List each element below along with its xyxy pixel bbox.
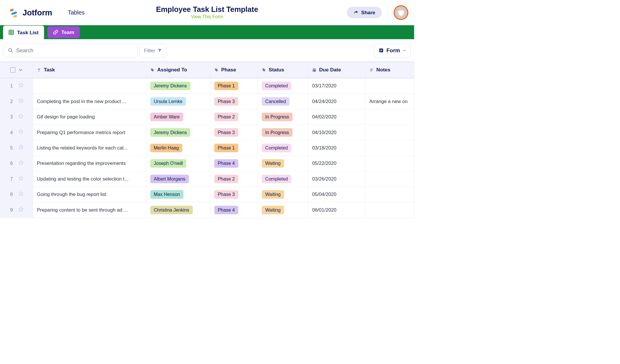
table-row[interactable]: 7 Updating and testing the color selecti… xyxy=(0,171,414,187)
cell-task[interactable]: Preparing content to be sent through ad … xyxy=(33,202,147,218)
cell-assigned[interactable]: Amber Ware xyxy=(146,109,210,125)
cell-status[interactable]: Waiting xyxy=(258,187,308,202)
table-row[interactable]: 1 Jeremy Dickens Phase 1 Completed 03/17… xyxy=(0,78,414,93)
header-assigned[interactable]: Assigned To xyxy=(146,62,210,78)
tab-team[interactable]: Team xyxy=(48,26,80,38)
cell-status[interactable]: Completed xyxy=(258,78,308,93)
table-row[interactable]: 3 Gif design for page loading Amber Ware… xyxy=(0,109,414,125)
cell-phase[interactable]: Phase 4 xyxy=(210,202,258,218)
cell-phase[interactable]: Phase 3 xyxy=(210,125,258,140)
header-due[interactable]: Due Date xyxy=(308,62,365,78)
table-row[interactable]: 5 Listing the related keywords for each … xyxy=(0,140,414,156)
avatar-icon xyxy=(396,7,406,18)
cell-notes[interactable] xyxy=(365,171,414,187)
cell-task[interactable]: Gif design for page loading xyxy=(33,109,147,125)
cell-phase[interactable]: Phase 4 xyxy=(210,156,258,171)
cell-due[interactable]: 03/18/2020 xyxy=(308,140,365,156)
row-number: 6 xyxy=(9,161,14,166)
header-status[interactable]: Status xyxy=(258,62,308,78)
table-row[interactable]: 9 Preparing content to be sent through a… xyxy=(0,202,414,218)
cell-assigned[interactable]: Albert Morgans xyxy=(146,171,210,187)
tab-task-list[interactable]: Task List xyxy=(3,26,44,39)
cell-notes[interactable] xyxy=(365,187,414,202)
filter-button[interactable]: Filter xyxy=(140,44,166,57)
star-icon[interactable] xyxy=(18,82,24,89)
status-tag: Waiting xyxy=(262,159,284,167)
cell-phase[interactable]: Phase 1 xyxy=(210,140,258,156)
cell-notes[interactable] xyxy=(365,140,414,156)
table-row[interactable]: 2 Completing the post in the new product… xyxy=(0,94,414,109)
cell-task[interactable]: Preparing Q1 performance metrics report xyxy=(33,125,147,140)
cell-status[interactable]: In Progress xyxy=(258,109,308,125)
cell-task[interactable]: Updating and testing the color selection… xyxy=(33,171,147,187)
cell-task[interactable]: Listing the related keywords for each ca… xyxy=(33,140,147,156)
cell-assigned[interactable]: Joseph O'neill xyxy=(146,156,210,171)
cell-assigned[interactable]: Merlin Haag xyxy=(146,140,210,156)
chevron-down-icon[interactable] xyxy=(18,68,23,72)
cell-phase[interactable]: Phase 3 xyxy=(210,187,258,202)
search-box[interactable] xyxy=(3,44,137,57)
header-task[interactable]: Task xyxy=(33,62,147,78)
cell-due[interactable]: 05/22/2020 xyxy=(308,156,365,171)
cell-notes[interactable] xyxy=(365,109,414,125)
star-icon[interactable] xyxy=(18,113,24,120)
cell-assigned[interactable]: Jeremy Dickens xyxy=(146,125,210,140)
row-select: 2 xyxy=(0,94,33,109)
cell-due[interactable]: 03/26/2020 xyxy=(308,171,365,187)
form-dropdown[interactable]: Form xyxy=(374,44,411,57)
cell-phase[interactable]: Phase 1 xyxy=(210,78,258,93)
header-notes[interactable]: Notes xyxy=(365,62,414,78)
phase-tag: Phase 1 xyxy=(214,144,238,152)
cell-assigned[interactable]: Ursula Lemke xyxy=(146,94,210,109)
cell-status[interactable]: In Progress xyxy=(258,125,308,140)
cell-assigned[interactable]: Max Henson xyxy=(146,187,210,202)
cell-status[interactable]: Cancelled xyxy=(258,94,308,109)
table-row[interactable]: 6 Presentation regarding the improvement… xyxy=(0,156,414,171)
table-row[interactable]: 4 Preparing Q1 performance metrics repor… xyxy=(0,125,414,140)
brand[interactable]: Jotform xyxy=(10,8,52,17)
cell-due[interactable]: 04/02/2020 xyxy=(308,109,365,125)
cell-phase[interactable]: Phase 3 xyxy=(210,94,258,109)
cell-due[interactable]: 04/10/2020 xyxy=(308,125,365,140)
cell-task[interactable]: Going through the bug report list xyxy=(33,187,147,202)
select-all-checkbox[interactable] xyxy=(10,67,15,73)
cell-due[interactable]: 04/24/2020 xyxy=(308,94,365,109)
avatar[interactable] xyxy=(394,5,408,20)
cell-phase[interactable]: Phase 2 xyxy=(210,109,258,125)
cell-task[interactable]: Presentation regarding the improvements xyxy=(33,156,147,171)
table-row[interactable]: 8 Going through the bug report list Max … xyxy=(0,187,414,202)
cell-task[interactable]: Completing the post in the new product .… xyxy=(33,94,147,109)
star-icon[interactable] xyxy=(18,176,24,182)
star-icon[interactable] xyxy=(18,98,24,104)
cell-status[interactable]: Waiting xyxy=(258,202,308,218)
cell-status[interactable]: Completed xyxy=(258,140,308,156)
cell-assigned[interactable]: Christina Jenkins xyxy=(146,202,210,218)
star-icon[interactable] xyxy=(18,206,24,213)
row-number: 2 xyxy=(9,99,14,104)
star-icon[interactable] xyxy=(18,129,24,136)
view-form-link[interactable]: View This Form xyxy=(156,14,258,20)
cell-phase[interactable]: Phase 2 xyxy=(210,171,258,187)
row-select: 6 xyxy=(0,156,33,171)
cell-notes[interactable] xyxy=(365,125,414,140)
status-tag: Completed xyxy=(262,82,291,90)
link-icon xyxy=(53,30,58,35)
star-icon[interactable] xyxy=(18,191,24,198)
cell-status[interactable]: Waiting xyxy=(258,156,308,171)
star-icon[interactable] xyxy=(18,145,24,151)
cell-notes[interactable] xyxy=(365,202,414,218)
cell-task[interactable] xyxy=(33,78,147,93)
cell-status[interactable]: Completed xyxy=(258,171,308,187)
cell-notes[interactable]: Arrange a new on xyxy=(365,94,414,109)
tables-link[interactable]: Tables xyxy=(68,9,85,16)
search-input[interactable] xyxy=(16,47,133,53)
header-phase[interactable]: Phase xyxy=(210,62,258,78)
cell-assigned[interactable]: Jeremy Dickens xyxy=(146,78,210,93)
cell-due[interactable]: 03/17/2020 xyxy=(308,78,365,93)
cell-due[interactable]: 06/01/2020 xyxy=(308,202,365,218)
share-button[interactable]: Share xyxy=(347,7,382,18)
cell-notes[interactable] xyxy=(365,78,414,93)
cell-notes[interactable] xyxy=(365,156,414,171)
star-icon[interactable] xyxy=(18,160,24,167)
cell-due[interactable]: 05/04/2020 xyxy=(308,187,365,202)
